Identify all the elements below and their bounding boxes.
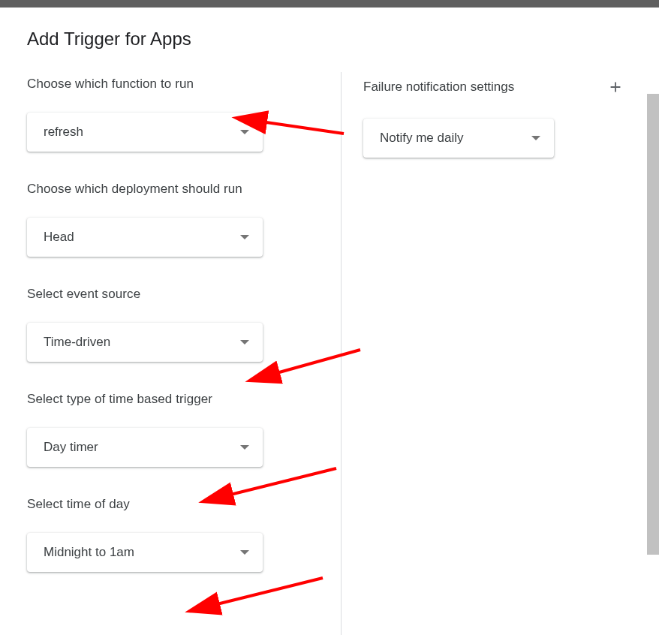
- window-top-bar: [0, 0, 659, 8]
- chevron-down-icon: [240, 340, 249, 345]
- add-notification-button[interactable]: [605, 77, 626, 98]
- deployment-select[interactable]: Head: [27, 218, 263, 257]
- function-label: Choose which function to run: [27, 77, 318, 92]
- time-of-day-select[interactable]: Midnight to 1am: [27, 533, 263, 572]
- add-trigger-dialog: Add Trigger for Apps Choose which functi…: [0, 8, 659, 602]
- failure-notification-select-value: Notify me daily: [380, 131, 527, 146]
- deployment-select-value: Head: [44, 230, 236, 245]
- chevron-down-icon: [240, 235, 249, 239]
- left-column: Choose which function to run refresh Cho…: [27, 77, 341, 602]
- chevron-down-icon: [531, 136, 540, 140]
- dialog-title: Add Trigger for Apps: [27, 29, 632, 50]
- trigger-type-label: Select type of time based trigger: [27, 392, 318, 407]
- function-select[interactable]: refresh: [27, 113, 263, 152]
- dialog-columns: Choose which function to run refresh Cho…: [27, 77, 632, 602]
- time-of-day-label: Select time of day: [27, 497, 318, 512]
- function-select-value: refresh: [44, 125, 236, 140]
- event-source-select[interactable]: Time-driven: [27, 323, 263, 362]
- failure-notification-select[interactable]: Notify me daily: [363, 119, 554, 158]
- time-of-day-select-value: Midnight to 1am: [44, 545, 236, 560]
- trigger-type-select[interactable]: Day timer: [27, 428, 263, 467]
- deployment-label: Choose which deployment should run: [27, 182, 318, 197]
- event-source-field: Select event source Time-driven: [27, 287, 318, 362]
- vertical-scrollbar[interactable]: [647, 94, 659, 555]
- trigger-type-field: Select type of time based trigger Day ti…: [27, 392, 318, 467]
- right-column: Failure notification settings Notify me …: [341, 77, 626, 602]
- chevron-down-icon: [240, 445, 249, 450]
- function-field: Choose which function to run refresh: [27, 77, 318, 152]
- failure-header: Failure notification settings: [363, 77, 626, 98]
- failure-label: Failure notification settings: [363, 80, 514, 95]
- chevron-down-icon: [240, 550, 249, 555]
- event-source-label: Select event source: [27, 287, 318, 302]
- trigger-type-select-value: Day timer: [44, 440, 236, 455]
- deployment-field: Choose which deployment should run Head: [27, 182, 318, 257]
- column-divider: [341, 72, 342, 635]
- event-source-select-value: Time-driven: [44, 335, 236, 350]
- chevron-down-icon: [240, 130, 249, 134]
- time-of-day-field: Select time of day Midnight to 1am: [27, 497, 318, 572]
- plus-icon: [607, 79, 624, 95]
